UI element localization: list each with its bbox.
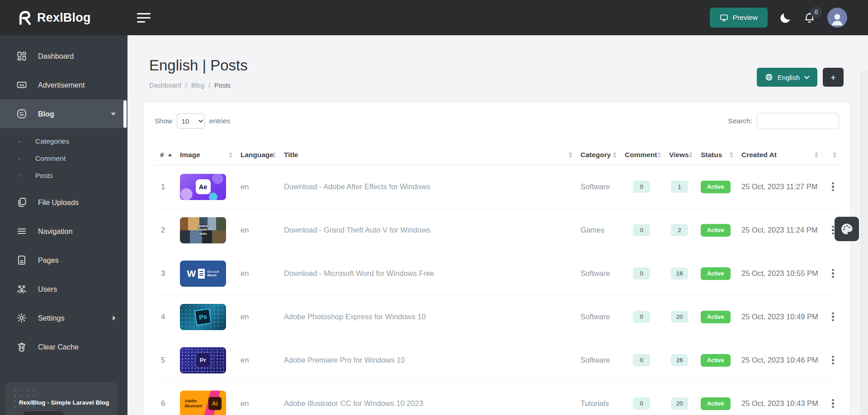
page-actions: English + bbox=[757, 68, 844, 87]
blog-icon bbox=[16, 108, 27, 119]
column-label: Language bbox=[241, 151, 274, 159]
search-input[interactable] bbox=[757, 113, 839, 129]
column-header-actions[interactable]: # bbox=[155, 145, 175, 165]
post-title-link[interactable]: Download - Microsoft Word for Windows Fr… bbox=[278, 269, 575, 278]
notifications-button[interactable]: 0 bbox=[803, 12, 816, 24]
navbar-actions: Preview 0 bbox=[710, 0, 847, 35]
row-number: 1 bbox=[155, 182, 175, 191]
chevron-right-icon bbox=[113, 316, 116, 321]
sort-icon bbox=[730, 152, 733, 158]
ad-icon: Ad bbox=[16, 79, 27, 90]
column-header-comment[interactable]: Comment bbox=[619, 145, 664, 165]
breadcrumb-separator: / bbox=[208, 82, 210, 89]
brand[interactable]: RexlBlog bbox=[17, 9, 91, 26]
image-cell: WMicrosoftWord bbox=[175, 261, 235, 287]
sidebar-item-blog[interactable]: Blog bbox=[0, 99, 127, 128]
column-header-views[interactable]: Views bbox=[664, 145, 695, 165]
table-controls: Show 10 entries Search: bbox=[155, 113, 839, 129]
column-label: Title bbox=[284, 151, 298, 159]
category-cell: Tutorials bbox=[575, 399, 619, 408]
sidebar-item-pages[interactable]: Pages bbox=[0, 246, 127, 275]
category-cell: Games bbox=[575, 226, 619, 234]
row-actions-kebab-button[interactable] bbox=[829, 396, 837, 411]
palette-icon bbox=[840, 222, 854, 236]
column-header-category[interactable]: Category bbox=[575, 145, 619, 165]
sidebar-subitem-categories[interactable]: -Categories bbox=[0, 133, 127, 150]
column-header-title[interactable]: Title bbox=[278, 145, 575, 165]
dash-icon: - bbox=[18, 172, 35, 180]
views-count-badge: 16 bbox=[671, 267, 688, 280]
sidebar-item-users[interactable]: Users bbox=[0, 275, 127, 303]
dash-icon: - bbox=[18, 137, 35, 145]
page-scrollbar[interactable] bbox=[861, 70, 868, 415]
dark-mode-toggle[interactable] bbox=[779, 12, 792, 24]
preview-button[interactable]: Preview bbox=[710, 8, 768, 28]
post-thumbnail-pr: Pr bbox=[180, 347, 226, 373]
breadcrumb-dashboard[interactable]: Dashboard bbox=[149, 82, 181, 89]
sidebar-item-clear-cache[interactable]: Clear Cache bbox=[0, 332, 127, 361]
buy-now-button[interactable]: Buy Now bbox=[24, 411, 63, 415]
views-count-badge: 2 bbox=[671, 224, 688, 236]
sidebar-subitem-comment[interactable]: -Comment bbox=[0, 150, 127, 167]
sidebar-subitem-label: Posts bbox=[35, 172, 53, 180]
sidebar-item-settings[interactable]: Settings bbox=[0, 303, 127, 332]
file-uploads-icon bbox=[16, 197, 27, 208]
table-row: 2grandtheftautoenDownload - Grand Theft … bbox=[155, 209, 839, 252]
row-actions-kebab-button[interactable] bbox=[829, 180, 837, 194]
sidebar-item-label: Dashboard bbox=[38, 52, 74, 61]
post-title-link[interactable]: Adobe Photoshop Express for Windows 10 bbox=[278, 312, 575, 321]
table-row: 6Adobe IllustratorAienAdobe Illustrator … bbox=[155, 382, 839, 415]
sidebar-subitem-label: Comment bbox=[35, 154, 66, 163]
user-avatar[interactable] bbox=[827, 8, 847, 28]
post-title-link[interactable]: Adobe Premiere Pro for Windows 10 bbox=[278, 356, 575, 364]
column-header-actions[interactable] bbox=[821, 145, 839, 165]
sort-icon bbox=[613, 152, 617, 158]
sidebar-scrollbar-thumb[interactable] bbox=[123, 100, 127, 128]
sidebar-item-label: Users bbox=[38, 285, 57, 294]
comment-cell: 0 bbox=[619, 397, 664, 410]
comment-cell: 0 bbox=[619, 267, 664, 280]
created-at-cell: 25 Oct, 2023 10:49 PM bbox=[736, 312, 821, 321]
image-cell: Ae bbox=[175, 174, 235, 200]
sidebar-item-navigation[interactable]: Navigation bbox=[0, 217, 127, 246]
column-header-language[interactable]: Language bbox=[235, 145, 278, 165]
sort-icon bbox=[833, 152, 836, 158]
table-row: 3WMicrosoftWordenDownload - Microsoft Wo… bbox=[155, 252, 839, 295]
sort-icon bbox=[689, 152, 693, 158]
entries-label: entries bbox=[209, 117, 231, 125]
page-length-select[interactable]: 10 bbox=[177, 113, 205, 129]
row-actions-kebab-button[interactable] bbox=[829, 353, 837, 368]
sort-icon bbox=[569, 152, 572, 158]
main-content: English | Posts Dashboard / Blog / Posts… bbox=[127, 35, 868, 415]
breadcrumb-blog[interactable]: Blog bbox=[191, 82, 204, 89]
sidebar-subitem-posts[interactable]: -Posts bbox=[0, 167, 127, 184]
column-header-created-at[interactable]: Created At bbox=[736, 145, 821, 165]
post-title-link[interactable]: Download - Adobe After Effects for Windo… bbox=[278, 182, 575, 191]
word-w-glyph: W bbox=[187, 268, 196, 279]
post-thumbnail-ai: Adobe IllustratorAi bbox=[180, 391, 226, 415]
post-thumbnail-ps: Ps bbox=[180, 304, 226, 330]
column-header-status[interactable]: Status bbox=[695, 145, 736, 165]
row-actions-kebab-button[interactable] bbox=[829, 310, 837, 324]
post-title-link[interactable]: Download - Grand Theft Auto V for Window… bbox=[278, 226, 575, 234]
sidebar-toggle-button[interactable] bbox=[134, 10, 153, 25]
comment-count-badge: 0 bbox=[633, 267, 650, 280]
language-dropdown-button[interactable]: English bbox=[757, 68, 817, 87]
row-actions-kebab-button[interactable] bbox=[829, 266, 837, 281]
column-header-image[interactable]: Image bbox=[175, 145, 235, 165]
sidebar-item-advertisement[interactable]: AdAdvertisement bbox=[0, 70, 127, 99]
document-page-icon bbox=[198, 269, 205, 279]
sidebar-item-dashboard[interactable]: Dashboard bbox=[0, 42, 127, 70]
comment-cell: 0 bbox=[619, 354, 664, 366]
sidebar-item-file-uploads[interactable]: File Uploads bbox=[0, 188, 127, 217]
post-title-link[interactable]: Adobe Illustrator CC for Windows 10 2023 bbox=[278, 399, 575, 408]
views-cell: 16 bbox=[664, 267, 695, 280]
sidebar-item-label: File Uploads bbox=[38, 198, 79, 207]
actions-cell bbox=[821, 310, 839, 324]
language-cell: en bbox=[235, 182, 278, 191]
language-cell: en bbox=[235, 312, 278, 321]
views-cell: 2 bbox=[664, 224, 695, 236]
add-post-button[interactable]: + bbox=[823, 68, 844, 87]
table-body: 1AeenDownload - Adobe After Effects for … bbox=[155, 165, 839, 415]
theme-customizer-button[interactable] bbox=[835, 217, 859, 241]
